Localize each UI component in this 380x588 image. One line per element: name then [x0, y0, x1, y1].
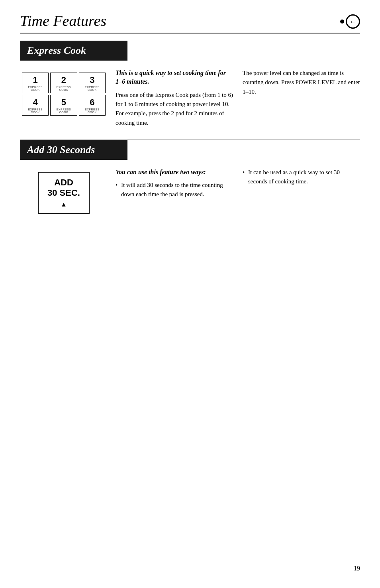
express-cook-col2: The power level can be changed as time i… — [243, 69, 360, 128]
pad-6-number: 6 — [90, 98, 94, 107]
pad-1-number: 1 — [33, 76, 38, 85]
add-30-col2-bullets: It can be used as a quick way to set 30 … — [243, 168, 360, 187]
add-30-col1-bullets: It will add 30 seconds to the time count… — [116, 181, 233, 199]
pad-4-number: 4 — [33, 98, 38, 107]
add-30-col2: It can be used as a quick way to set 30 … — [243, 168, 360, 214]
pad-6[interactable]: 6 EXPRESS COOK — [79, 95, 106, 116]
pad-2[interactable]: 2 EXPRESS COOK — [50, 73, 77, 93]
pad-5[interactable]: 5 EXPRESS COOK — [50, 95, 77, 116]
add30-line1: ADD — [54, 177, 73, 188]
express-cook-content: 1 EXPRESS COOK 2 EXPRESS COOK 3 EXPRESS … — [20, 61, 360, 140]
pad-3[interactable]: 3 EXPRESS COOK — [79, 73, 106, 93]
express-cook-col2-body: The power level can be changed as time i… — [243, 69, 360, 96]
back-icon: ← — [346, 14, 360, 29]
add-30-seconds-header: Add 30 Seconds — [20, 140, 127, 160]
express-cook-body: Press one of the Express Cook pads (from… — [116, 90, 233, 128]
pad-1[interactable]: 1 EXPRESS COOK — [22, 73, 49, 93]
pad-6-label: EXPRESS COOK — [81, 108, 104, 114]
pad-2-label: EXPRESS COOK — [52, 86, 75, 91]
add-30-bullet1: It will add 30 seconds to the time count… — [116, 181, 233, 199]
pad-4[interactable]: 4 EXPRESS COOK — [22, 95, 49, 116]
pad-1-label: EXPRESS COOK — [24, 86, 47, 91]
pad-2-number: 2 — [61, 76, 66, 85]
page-number: 19 — [354, 565, 360, 572]
add-30-col2-bullet1: It can be used as a quick way to set 30 … — [243, 168, 360, 187]
express-cook-text-cols: This is a quick way to set cooking time … — [116, 69, 360, 128]
bullet-icon — [340, 20, 344, 24]
add-30-seconds-content: ADD 30 SEC. You can use this feature two… — [20, 160, 360, 226]
page-header: Time Features ← — [20, 12, 360, 33]
pad-4-label: EXPRESS COOK — [24, 108, 47, 114]
express-pads-grid: 1 EXPRESS COOK 2 EXPRESS COOK 3 EXPRESS … — [22, 73, 106, 116]
express-cook-section: Express Cook 1 EXPRESS COOK 2 EXPRESS CO… — [20, 41, 360, 140]
express-cook-image: 1 EXPRESS COOK 2 EXPRESS COOK 3 EXPRESS … — [20, 69, 108, 128]
add-30-seconds-section: Add 30 Seconds ADD 30 SEC. You can use t… — [20, 140, 360, 226]
add-30-seconds-image: ADD 30 SEC. — [20, 168, 108, 214]
add-30-heading: You can use this feature two ways: — [116, 168, 233, 177]
pad-3-number: 3 — [90, 76, 94, 85]
add30-line2: 30 SEC. — [47, 188, 80, 198]
add-30-button[interactable]: ADD 30 SEC. — [38, 172, 90, 214]
header-icons: ← — [340, 14, 360, 29]
pad-5-label: EXPRESS COOK — [52, 108, 75, 114]
add-30-seconds-text-cols: You can use this feature two ways: It wi… — [116, 168, 360, 214]
express-cook-heading: This is a quick way to set cooking time … — [116, 69, 233, 87]
pad-5-number: 5 — [61, 98, 66, 107]
page-title: Time Features — [20, 12, 106, 29]
pad-3-label: EXPRESS COOK — [81, 86, 104, 91]
add-30-col1: You can use this feature two ways: It wi… — [116, 168, 233, 214]
add30-arrow-icon — [61, 201, 67, 208]
express-cook-header: Express Cook — [20, 41, 127, 61]
express-cook-col1: This is a quick way to set cooking time … — [116, 69, 233, 128]
